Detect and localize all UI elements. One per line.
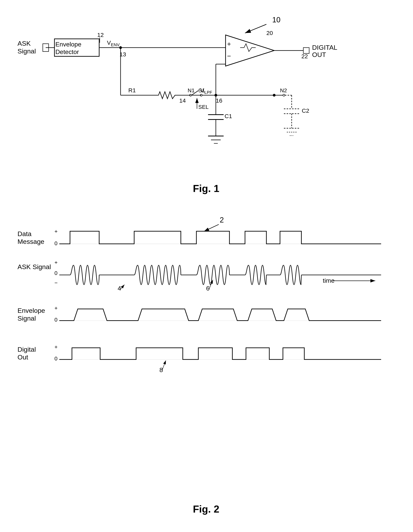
data-msg-label2: Message <box>18 238 44 245</box>
ref-4: 4 <box>118 285 121 292</box>
fig1-area: 10 ASK Signal Envelope Detector 12 V ENV <box>12 12 401 196</box>
env-sig-label: Envelope <box>18 307 45 314</box>
node12-label: 12 <box>97 32 104 38</box>
n1-label: N1 <box>188 87 195 94</box>
minus-comp: − <box>227 52 231 60</box>
plus-comp: + <box>227 40 231 48</box>
sel-label: SEL <box>198 104 209 110</box>
svg-line-2 <box>245 24 266 33</box>
ask-zero: 0 <box>54 270 58 276</box>
ask-minus: − <box>54 280 58 286</box>
c1-label: C1 <box>225 113 232 119</box>
ref-2: 2 <box>220 216 224 224</box>
ask-signal-label: ASK <box>18 40 31 47</box>
ref-10: 10 <box>272 16 280 24</box>
fig1-svg: 10 ASK Signal Envelope Detector 12 V ENV <box>12 12 401 187</box>
ask-sig-label: ASK Signal <box>18 263 51 270</box>
n2-label: N2 <box>280 87 287 94</box>
envelope-detector-text2: Detector <box>55 48 79 55</box>
vlpf-label: V <box>200 87 204 94</box>
ask-plus: + <box>54 259 58 266</box>
ask-signal-label2: Signal <box>18 48 36 55</box>
node20-label: 20 <box>266 30 273 36</box>
svg-point-35 <box>283 94 285 96</box>
node14-label: 14 <box>179 97 186 104</box>
digital-out-label2: OUT <box>312 51 326 58</box>
fig2-label: Fig. 2 <box>193 503 219 515</box>
do-zero: 0 <box>54 356 58 361</box>
env-sig-label2: Signal <box>18 314 36 322</box>
venv-label: V <box>107 39 111 46</box>
dig-out-label2: Out <box>18 353 28 361</box>
env-plus: + <box>54 305 58 311</box>
dm-plus: + <box>54 228 58 234</box>
do-plus: + <box>54 344 58 350</box>
dig-out-label: Digital <box>18 346 36 353</box>
svg-line-45 <box>204 224 219 231</box>
svg-line-55 <box>162 361 166 370</box>
c2-label: C2 <box>302 107 309 114</box>
svg-rect-13 <box>303 48 309 53</box>
node22-label: 22 <box>301 53 308 59</box>
ref-6: 6 <box>206 285 210 292</box>
fig1-label: Fig. 1 <box>193 183 219 194</box>
digital-out-label: DIGITAL <box>312 44 337 51</box>
node16-label: 16 <box>216 97 222 104</box>
page: 10 ASK Signal Envelope Detector 12 V ENV <box>0 0 413 532</box>
vlpf-sub: LPF <box>204 90 212 95</box>
fig2-area: 2 Data Message + 0 ASK Signal + 0 − <box>12 214 401 517</box>
r1-label: R1 <box>128 87 136 94</box>
svg-line-52 <box>120 285 124 289</box>
data-msg-label: Data <box>18 230 31 238</box>
fig2-svg: 2 Data Message + 0 ASK Signal + 0 − <box>12 214 401 501</box>
envelope-detector-text1: Envelope <box>55 41 81 48</box>
venv-sub: ENV <box>111 42 120 47</box>
env-zero: 0 <box>54 317 58 323</box>
dm-zero: 0 <box>54 240 58 246</box>
